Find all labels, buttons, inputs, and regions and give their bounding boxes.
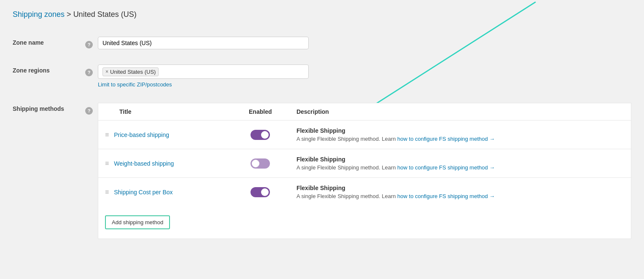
add-shipping-method-button[interactable]: Add shipping method [105, 215, 170, 229]
methods-table: Title Enabled Description ≡ Price-based … [98, 103, 631, 206]
description-title: Flexible Shipping [296, 156, 624, 163]
zone-name-content [98, 37, 631, 49]
fs-config-link[interactable]: how to configure FS shipping method → [397, 136, 495, 142]
method-toggle[interactable] [251, 130, 270, 140]
method-toggle[interactable] [251, 187, 270, 197]
description-title: Flexible Shipping [296, 127, 624, 134]
method-enabled-cell [231, 121, 290, 149]
zone-regions-label: Zone regions [13, 64, 80, 74]
zone-regions-content: × United States (US) Limit to specific Z… [98, 64, 631, 88]
add-button-container: Add shipping method [98, 206, 631, 239]
drag-handle-icon[interactable]: ≡ [105, 131, 109, 138]
description-text: A single Flexible Shipping method. Learn… [296, 164, 624, 171]
fs-config-link[interactable]: how to configure FS shipping method → [397, 164, 495, 171]
limit-zip-link[interactable]: Limit to specific ZIP/postcodes [98, 81, 631, 88]
toggle-slider [251, 158, 270, 169]
fs-config-link[interactable]: how to configure FS shipping method → [397, 193, 495, 199]
drag-handle-icon[interactable]: ≡ [105, 188, 109, 196]
toggle-slider [251, 130, 270, 140]
shipping-methods-label: Shipping methods [13, 103, 80, 112]
zone-name-row: Zone name ? [13, 29, 631, 57]
region-tag-remove[interactable]: × [105, 69, 108, 75]
method-name-link[interactable]: Price-based shipping [114, 131, 169, 138]
description-text: A single Flexible Shipping method. Learn… [296, 136, 624, 142]
toggle-slider [251, 187, 270, 197]
zone-regions-row: Zone regions ? × United States (US) Limi… [13, 57, 631, 95]
method-title-cell: ≡ Weight-based shipping [98, 149, 231, 178]
breadcrumb-separator: > [67, 10, 73, 19]
shipping-methods-table-container: Title Enabled Description ≡ Price-based … [98, 103, 631, 239]
breadcrumb-link[interactable]: Shipping zones [13, 10, 65, 19]
region-tag-label: United States (US) [110, 69, 156, 75]
breadcrumb-current: United States (US) [73, 10, 137, 19]
method-description-cell: Flexible Shipping A single Flexible Ship… [290, 149, 631, 178]
drag-handle-icon[interactable]: ≡ [105, 160, 109, 167]
zone-name-label: Zone name [13, 37, 80, 46]
table-row: ≡ Shipping Cost per Box Flexible Shippin… [98, 178, 631, 207]
method-name-link[interactable]: Weight-based shipping [114, 160, 174, 167]
col-title: Title [98, 103, 231, 121]
zone-regions-help-icon[interactable]: ? [85, 69, 93, 76]
description-title: Flexible Shipping [296, 185, 624, 191]
method-description-cell: Flexible Shipping A single Flexible Ship… [290, 178, 631, 207]
zone-name-input[interactable] [98, 37, 309, 49]
methods-table-header: Title Enabled Description [98, 103, 631, 121]
method-enabled-cell [231, 149, 290, 178]
method-toggle[interactable] [251, 158, 270, 169]
method-name-link[interactable]: Shipping Cost per Box [114, 189, 172, 196]
shipping-methods-content: Title Enabled Description ≡ Price-based … [98, 103, 631, 239]
region-tag[interactable]: × United States (US) [102, 67, 159, 76]
shipping-methods-help-icon[interactable]: ? [85, 107, 93, 115]
method-enabled-cell [231, 178, 290, 207]
zone-name-help-icon[interactable]: ? [85, 41, 93, 48]
shipping-methods-row: Shipping methods ? Title Enabled Descrip… [13, 95, 631, 247]
method-title-cell: ≡ Shipping Cost per Box [98, 178, 231, 207]
col-description: Description [290, 103, 631, 121]
method-title-cell: ≡ Price-based shipping [98, 121, 231, 149]
col-enabled: Enabled [231, 103, 290, 121]
table-row: ≡ Weight-based shipping Flexible Shippin… [98, 149, 631, 178]
description-text: A single Flexible Shipping method. Learn… [296, 193, 624, 199]
breadcrumb: Shipping zones > United States (US) [13, 10, 631, 19]
table-row: ≡ Price-based shipping Flexible Shipping… [98, 121, 631, 149]
zone-regions-tag-input[interactable]: × United States (US) [98, 64, 309, 79]
method-description-cell: Flexible Shipping A single Flexible Ship… [290, 121, 631, 149]
